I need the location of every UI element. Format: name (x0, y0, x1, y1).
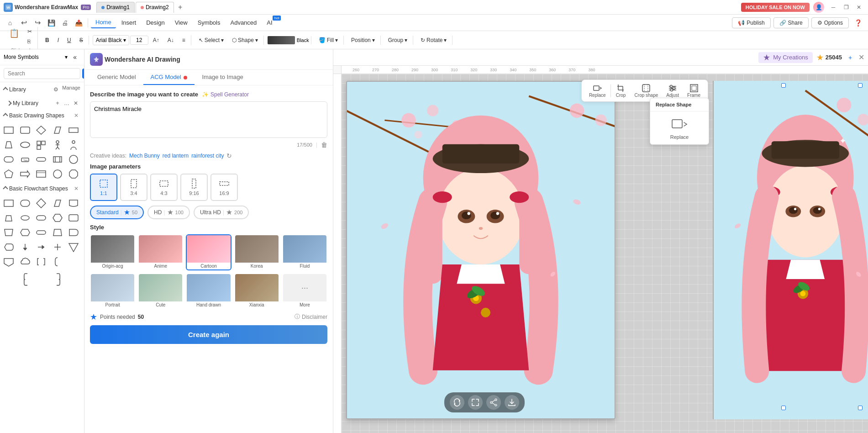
fc-terminator[interactable] (34, 226, 48, 239)
fc-circle[interactable] (18, 211, 32, 225)
minimize-button[interactable]: ─ (828, 2, 839, 13)
regenerate-button[interactable] (450, 395, 464, 410)
shape-rect[interactable] (2, 123, 16, 137)
style-xianxia[interactable]: Xianxia (234, 273, 279, 309)
add-library-button[interactable]: + (53, 99, 62, 108)
fc-merge[interactable] (67, 240, 80, 254)
shape-yes-no[interactable]: Yes (18, 153, 32, 166)
shape-rect3[interactable] (34, 138, 48, 152)
shape-arrow-rect[interactable] (18, 167, 32, 181)
creative-tag-0[interactable]: Mech Bunny (129, 153, 160, 159)
download-button[interactable] (505, 395, 519, 410)
style-korea[interactable]: Korea (234, 234, 279, 270)
frame-toolbar-btn[interactable]: Frame (684, 82, 704, 100)
style-origin-acg[interactable]: Origin-acg (90, 234, 135, 270)
restore-button[interactable]: ❐ (841, 2, 852, 13)
shape-person[interactable] (51, 138, 64, 152)
add-points-button[interactable]: + (846, 53, 855, 62)
publish-button[interactable]: 📢 Publish (732, 17, 770, 28)
create-again-button[interactable]: Create again (90, 325, 327, 344)
library-header[interactable]: Library ⚙ Manage (0, 82, 84, 97)
holiday-sale-button[interactable]: HOLIDAY SALE ON NOW (741, 3, 810, 12)
fc-offpage[interactable] (2, 255, 16, 269)
font-family-dropdown[interactable]: Arial Black ▾ (93, 35, 129, 45)
tab-acg-model[interactable]: ACG Model (143, 70, 195, 85)
shape-rect-rounded[interactable] (18, 123, 32, 137)
main-canvas-image[interactable] (346, 81, 615, 419)
shape-diamond[interactable] (34, 123, 48, 137)
export-button[interactable]: 📤 (72, 16, 85, 29)
quality-ultra-hd[interactable]: Ultra HD | 200 (194, 206, 249, 219)
style-cute[interactable]: Cute (138, 273, 183, 309)
share-image-button[interactable] (486, 395, 501, 410)
manage-button[interactable]: ⚙ (51, 85, 60, 94)
basic-drawing-shapes-header[interactable]: Basic Drawing Shapes ✕ (0, 110, 84, 121)
shape-stadium[interactable] (34, 153, 48, 166)
bold-button[interactable]: B (42, 36, 53, 45)
canvas-close-button[interactable]: ✕ (858, 53, 864, 62)
shape-pentagon[interactable] (2, 167, 16, 181)
crop-toolbar-btn[interactable]: Crop (612, 82, 630, 100)
quality-standard[interactable]: Standard | 50 (90, 206, 144, 219)
options-button[interactable]: ⚙ Options (811, 17, 849, 28)
selection-handle-tr[interactable] (858, 83, 863, 88)
fc-trapezoid[interactable] (2, 211, 16, 225)
disclaimer-button[interactable]: ⓘ Disclaimer (295, 313, 327, 321)
search-input[interactable] (4, 68, 80, 79)
decrease-font-button[interactable]: A↓ (164, 36, 178, 45)
prompt-textarea[interactable]: Christmas Miracle (90, 101, 327, 138)
shape-trapezoid[interactable] (2, 138, 16, 152)
user-avatar[interactable]: 👤 (813, 2, 824, 13)
shape-rect5[interactable] (34, 167, 48, 181)
shape-person2[interactable] (67, 138, 80, 152)
underline-button[interactable]: U (63, 36, 75, 45)
refresh-ideas-button[interactable]: ↻ (226, 152, 232, 159)
shape-rect4[interactable] (51, 153, 64, 166)
shape-circle[interactable] (67, 153, 80, 166)
fc-arrow[interactable] (18, 240, 32, 254)
manage-label[interactable]: Manage (62, 85, 80, 94)
style-hand-drawn[interactable]: Hand drawn (186, 273, 231, 309)
tab-drawing1[interactable]: Drawing1 (96, 2, 135, 13)
shape-rect2[interactable] (67, 123, 80, 137)
menu-insert[interactable]: Insert (117, 17, 141, 28)
copy-button[interactable]: ⎘ (24, 37, 36, 46)
style-anime[interactable]: Anime (138, 234, 183, 270)
selection-handle-bl[interactable] (781, 406, 786, 410)
style-portrait[interactable]: Portrait (90, 273, 135, 309)
shape-octagon[interactable] (67, 167, 80, 181)
save-button[interactable]: 💾 (45, 16, 58, 29)
collapse-panel-button[interactable]: « (69, 52, 80, 62)
fc-parallelogram[interactable] (51, 196, 64, 210)
cut-button[interactable]: ✂ (24, 27, 36, 36)
new-tab-button[interactable]: + (175, 2, 186, 13)
tab-drawing2[interactable]: Drawing2 (136, 2, 174, 13)
font-size-input[interactable] (130, 36, 148, 45)
tab-image-to-image[interactable]: Image to Image (195, 70, 250, 85)
spell-generator-button[interactable]: ✨ Spell Generator (202, 91, 249, 98)
fill-button[interactable]: 🪣 Fill ▾ (315, 36, 342, 45)
italic-button[interactable]: I (54, 36, 63, 45)
fc-bracket[interactable] (34, 255, 48, 269)
menu-symbols[interactable]: Symbols (193, 17, 225, 28)
creative-tag-1[interactable]: red lantern (163, 153, 189, 159)
ratio-9-16[interactable]: 9:16 (180, 174, 208, 201)
fc-rect[interactable] (2, 196, 16, 210)
fc-hexagon[interactable] (51, 211, 64, 225)
menu-ai[interactable]: AI hot (262, 17, 277, 28)
fc-arrow2[interactable] (34, 240, 48, 254)
align-button[interactable]: ≡ (179, 36, 189, 45)
fc-data[interactable] (51, 226, 64, 239)
position-button[interactable]: Position ▾ (347, 36, 379, 45)
flowchart-close[interactable]: ✕ (72, 185, 80, 193)
replace-toolbar-btn[interactable]: Replace (585, 82, 610, 100)
share-button[interactable]: 🔗 Share (773, 17, 809, 28)
menu-home[interactable]: Home (91, 17, 116, 28)
more-library-button[interactable]: … (62, 99, 71, 108)
fc-diamond[interactable] (34, 196, 48, 210)
menu-view[interactable]: View (170, 17, 192, 28)
shape-oval[interactable] (18, 138, 32, 152)
fc-prepare[interactable] (18, 226, 32, 239)
help-button[interactable]: ❓ (852, 16, 864, 29)
basic-flowchart-header[interactable]: Basic Flowchart Shapes ✕ (0, 183, 84, 195)
